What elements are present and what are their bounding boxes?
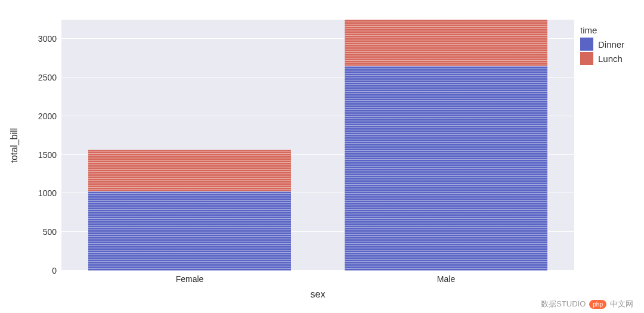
chart-container: 0 500 1000 1500 2000 2500 3000 Female Ma… — [0, 0, 644, 313]
legend-item-dinner: Dinner — [580, 38, 624, 51]
y-tick-label: 1500 — [27, 150, 57, 160]
y-tick-label: 3000 — [27, 34, 57, 44]
legend-item-lunch: Lunch — [580, 52, 624, 65]
x-tick-label: Male — [437, 274, 455, 284]
legend-label: Lunch — [598, 54, 623, 64]
legend: time Dinner Lunch — [580, 25, 624, 66]
y-tick-label: 500 — [27, 227, 57, 237]
plot-area — [61, 20, 574, 271]
y-tick-label: 1000 — [27, 188, 57, 198]
y-axis-label: total_bill — [9, 128, 20, 163]
bar-female-lunch — [88, 150, 291, 192]
x-axis-label: sex — [311, 289, 326, 300]
y-tick-label: 0 — [27, 266, 57, 275]
legend-swatch — [580, 52, 593, 65]
watermark-text: 中文网 — [610, 299, 633, 309]
y-tick-label: 2500 — [27, 73, 57, 82]
bar-male-lunch — [345, 20, 547, 66]
legend-label: Dinner — [598, 39, 624, 49]
x-tick-label: Female — [176, 274, 204, 284]
watermark: 数据STUDIO php 中文网 — [541, 299, 633, 309]
y-tick-label: 2000 — [27, 111, 57, 121]
watermark-badge: php — [589, 300, 606, 309]
bar-female-dinner — [88, 191, 291, 271]
legend-swatch — [580, 38, 593, 51]
watermark-text: 数据STUDIO — [541, 299, 586, 309]
bar-male-dinner — [345, 66, 547, 271]
legend-title: time — [580, 25, 624, 35]
